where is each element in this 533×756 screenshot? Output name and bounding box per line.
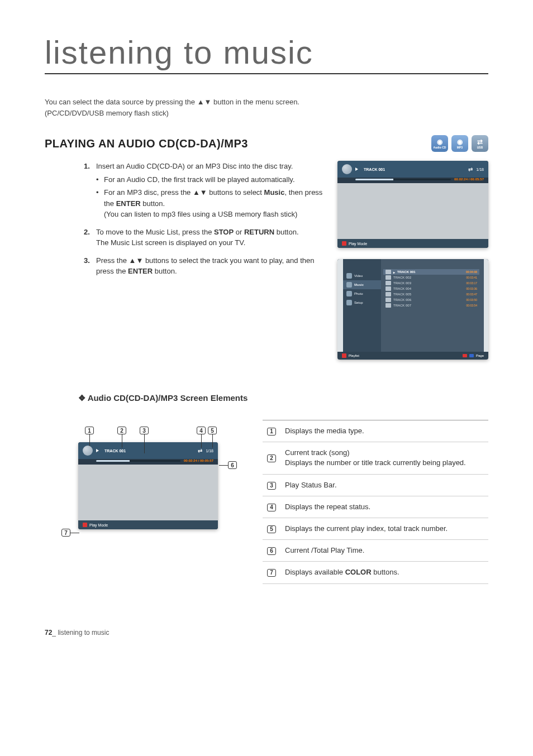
page-label: Page [476,354,484,357]
track-icon [386,286,391,291]
step-1-bullet-2: For an MP3 disc, press the ▲▼ buttons to… [96,187,326,220]
time-display: 00:02:24 / 00:05:57 [184,459,213,462]
playlist-label: Playlist [349,354,359,357]
element-desc: Displays available COLOR buttons. [280,562,488,583]
track-name: TRACK 007 [393,304,411,307]
table-row: 6Current /Total Play Time. [263,540,488,562]
track-duration: 00:03:17 [467,281,477,285]
step-1-bullet-1: For an Audio CD, the first track will be… [96,174,326,185]
track-row: TRACK 00400:03:36 [383,286,479,291]
callout-2: 2 [117,427,126,434]
track-duration: 00:03:47 [467,293,477,296]
playmode-label: Play Mode [89,523,108,527]
page-title: listening to music [45,34,488,74]
element-number: 3 [263,474,280,496]
track-icon [386,281,391,285]
rail-right [484,259,488,360]
page-number: 72 [45,629,52,637]
play-icon [355,168,358,171]
color-a-icon [83,523,87,527]
elements-diagram: 1 2 3 4 5 6 7 TRACK 001 ⇄ 1/ [45,420,246,540]
element-desc: Current track (song)Displays the number … [280,442,488,474]
repeat-icon: ⇄ [198,448,202,454]
nav-music: Music [343,280,381,289]
callout-5: 5 [208,427,217,434]
track-row: TRACK 00700:03:54 [383,303,479,308]
media-badges: ◉ Audio CD ◉ MP3 ⇄ USB [431,135,488,152]
element-desc: Displays the current play index, total t… [280,518,488,539]
progress-bar [96,460,180,462]
element-desc: Displays the media type. [280,420,488,442]
nav-video: Video [343,271,381,280]
time-display: 00:02:24 / 00:05:57 [454,178,484,181]
screen-body [78,465,218,520]
element-number: 4 [263,496,280,518]
element-number: 1 [263,420,280,442]
photo-icon [346,291,352,296]
table-row: 7Displays available COLOR buttons. [263,562,488,583]
track-index: 1/18 [206,449,213,453]
screen-body [337,183,488,239]
playback-screen-diagram: TRACK 001 ⇄ 1/18 00:02:24 / 00:05:57 Pla… [78,442,218,529]
track-icon [386,303,391,308]
mp3-badge: ◉ MP3 [451,135,468,152]
element-desc: Displays the repeat status. [280,496,488,518]
track-row: TRACK 00200:03:41 [383,275,479,280]
table-row: 5Displays the current play index, total … [263,518,488,539]
element-number: 7 [263,562,280,583]
track-name: TRACK 006 [393,298,411,302]
audiocd-badge: ◉ Audio CD [431,135,448,152]
footer-label: listening to music [58,629,109,637]
disc-icon [342,164,352,174]
track-row: TRACK 00500:03:47 [383,291,479,297]
section-title: PLAYING AN AUDIO CD(CD-DA)/MP3 [45,137,248,150]
usb-badge: ⇄ USB [472,135,488,152]
track-row: TRACK 00300:03:17 [383,280,479,286]
color-a-icon [342,241,346,246]
nav-photo: Photo [343,289,381,298]
track-name: TRACK 002 [393,276,411,279]
disc-icon: ◉ [457,138,463,145]
playback-screen: TRACK 001 ⇄ 1/18 00:02:24 / 00:05:57 Pla… [337,161,488,248]
disc-icon: ◉ [437,138,442,145]
elements-table: 1Displays the media type.2Current track … [263,420,488,584]
intro-line1: You can select the data source by pressi… [45,98,299,106]
track-name: TRACK 001 [397,270,416,274]
table-row: 3Play Status Bar. [263,474,488,496]
intro-line2: (PC/CD/DVD/USB memory flash stick) [45,109,169,117]
step-1: Insert an Audio CD(CD-DA) or an MP3 Disc… [84,161,326,220]
usb-icon: ⇄ [477,138,483,145]
sidebar: Video Music Photo Setup [343,259,381,360]
table-row: 1Displays the media type. [263,420,488,442]
table-row: 4Displays the repeat status. [263,496,488,518]
video-icon [346,273,352,279]
step-2: To move to the Music List, press the STO… [84,227,326,248]
track-name: TRACK 004 [393,287,411,290]
setup-icon [346,300,352,305]
track-duration: 00:04:08 [466,270,477,274]
repeat-icon: ⇄ [468,166,473,173]
rail-left [337,259,343,360]
current-track: TRACK 001 [104,449,126,453]
track-icon [386,270,391,274]
color-a-icon [342,353,346,358]
track-index: 1/18 [476,168,484,171]
track-icon [386,275,391,280]
play-marker: ▸ [393,270,395,274]
current-track: TRACK 001 [364,168,385,171]
track-list: ▸TRACK 00100:04:08TRACK 00200:03:41TRACK… [381,259,484,360]
track-icon [386,292,391,296]
track-row: ▸TRACK 00100:04:08 [383,269,479,275]
page-footer: 72_ listening to music [45,629,488,637]
screen-elements-title: Audio CD(CD-DA)/MP3 Screen Elements [78,393,488,403]
track-duration: 00:03:54 [467,304,477,307]
track-duration: 00:03:41 [467,276,477,279]
playmode-label: Play Mode [349,242,367,246]
step-3: Press the ▲▼ buttons to select the track… [84,255,326,277]
track-icon [386,298,391,302]
track-duration: 00:03:36 [467,287,477,290]
track-name: TRACK 005 [393,293,411,296]
track-duration: 00:03:50 [467,298,477,302]
callout-6: 6 [228,461,237,469]
key-blue-icon [469,354,474,357]
